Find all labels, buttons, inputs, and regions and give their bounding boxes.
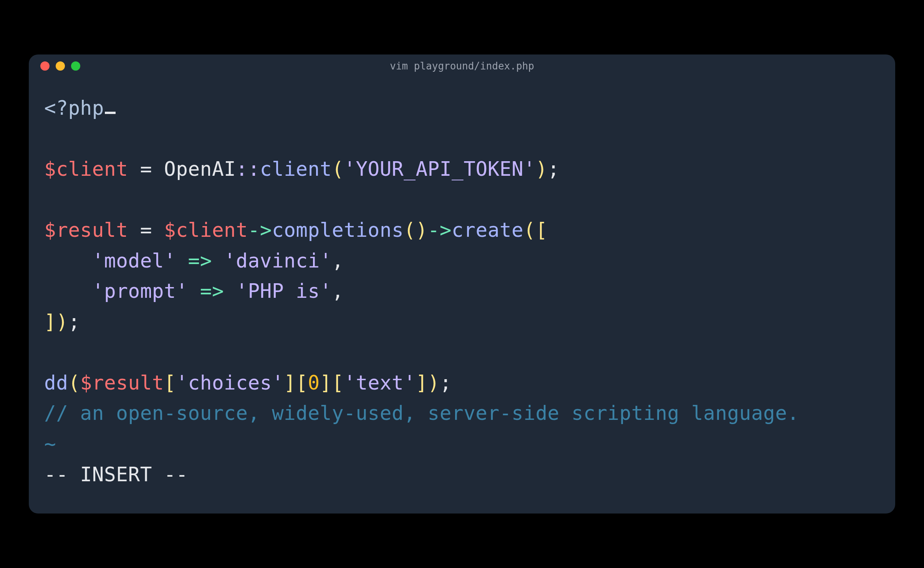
assign-op: = <box>128 158 164 180</box>
code-line: ]); <box>44 307 880 337</box>
code-line-empty <box>44 337 880 368</box>
comment: // an open-source, widely-used, server-s… <box>44 402 799 424</box>
comma: , <box>332 280 344 302</box>
variable-result: $result <box>44 219 128 241</box>
fat-arrow: => <box>176 249 224 272</box>
function-name: dd <box>44 372 68 394</box>
semicolon: ; <box>68 310 80 333</box>
bracket-close: ] <box>320 372 332 394</box>
paren-open: ( <box>404 219 416 241</box>
vim-tilde: ~ <box>44 433 56 455</box>
bracket-open: [ <box>332 372 344 394</box>
paren-close: ) <box>428 372 440 394</box>
variable-result: $result <box>80 372 164 394</box>
assign-op: = <box>128 219 164 241</box>
maximize-window-icon[interactable] <box>71 61 80 71</box>
semicolon: ; <box>548 158 560 180</box>
paren-open: ( <box>68 372 80 394</box>
code-line: <?php <box>44 93 880 124</box>
object-arrow: -> <box>428 219 452 241</box>
fat-arrow: => <box>188 280 236 302</box>
method-name: completions <box>272 219 404 241</box>
indent <box>44 280 92 302</box>
bracket-open: [ <box>164 372 176 394</box>
code-line: dd($result['choices'][0]['text']); <box>44 368 880 398</box>
array-key: 'prompt' <box>92 280 188 302</box>
array-key: 'model' <box>92 249 176 272</box>
window-title: vim playground/index.php <box>390 60 534 72</box>
bracket-open: [ <box>296 372 308 394</box>
string-literal: 'PHP is' <box>236 280 332 302</box>
close-window-icon[interactable] <box>40 61 50 71</box>
number-literal: 0 <box>308 372 320 394</box>
bracket-close: ] <box>284 372 296 394</box>
bracket-close: ] <box>416 372 427 394</box>
variable-client: $client <box>164 219 248 241</box>
editor-area[interactable]: <?php $client = OpenAI::client('YOUR_API… <box>29 78 895 501</box>
code-line: 'model' => 'davinci', <box>44 246 880 276</box>
code-line: ~ <box>44 429 880 459</box>
code-line-empty <box>44 124 880 154</box>
string-literal: 'davinci' <box>224 249 332 272</box>
method-name: create <box>452 219 523 241</box>
paren-close: ) <box>56 310 68 333</box>
string-literal: 'text' <box>344 372 416 394</box>
code-line: $result = $client->completions()->create… <box>44 215 880 246</box>
variable-client: $client <box>44 158 128 180</box>
paren-close: ) <box>535 158 547 180</box>
traffic-lights <box>40 61 80 71</box>
minimize-window-icon[interactable] <box>56 61 65 71</box>
scope-op: :: <box>236 158 260 180</box>
indent <box>44 249 92 272</box>
vim-mode-indicator: -- INSERT -- <box>44 459 880 490</box>
object-arrow: -> <box>248 219 272 241</box>
bracket-open: [ <box>536 219 548 241</box>
semicolon: ; <box>440 372 452 394</box>
code-line-empty <box>44 185 880 215</box>
php-open-tag: <?php <box>44 97 104 119</box>
method-name: client <box>260 158 332 180</box>
code-line: $client = OpenAI::client('YOUR_API_TOKEN… <box>44 154 880 185</box>
paren-open: ( <box>523 219 535 241</box>
terminal-window: vim playground/index.php <?php $client =… <box>29 54 895 514</box>
titlebar: vim playground/index.php <box>29 54 895 78</box>
comma: , <box>332 249 344 272</box>
string-literal: 'choices' <box>176 372 284 394</box>
paren-open: ( <box>332 158 344 180</box>
cursor <box>105 112 116 114</box>
bracket-close: ] <box>44 310 56 333</box>
string-literal: 'YOUR_API_TOKEN' <box>344 158 535 180</box>
code-line: // an open-source, widely-used, server-s… <box>44 398 880 429</box>
class-name: OpenAI <box>164 158 236 180</box>
paren-close: ) <box>416 219 427 241</box>
code-line: 'prompt' => 'PHP is', <box>44 276 880 307</box>
